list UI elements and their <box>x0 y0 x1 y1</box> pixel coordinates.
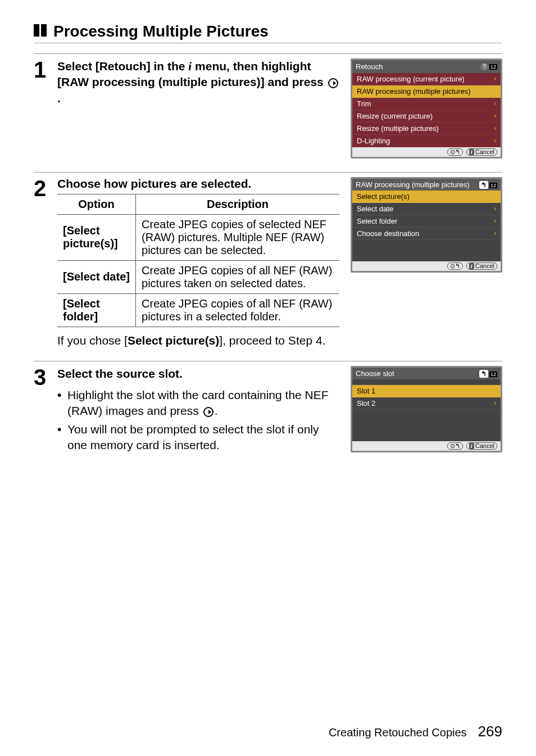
menu-row-label: Select date <box>357 205 393 212</box>
dial-icon: ⊙↰ <box>447 148 463 156</box>
screen-header-icons: ?12 <box>480 62 497 71</box>
description-cell: Create JPEG copies of all NEF (RAW) pict… <box>136 260 339 293</box>
step-2: 2 Choose how pictures are selected. Opti… <box>34 172 502 347</box>
menu-row-label: RAW processing (multiple pictures) <box>357 88 471 95</box>
menu-row-selected: RAW processing (multiple pictures)› <box>352 85 501 98</box>
menu-row: Choose destination› <box>352 228 501 240</box>
step1-text-post: . <box>57 92 61 105</box>
menu-row-label: Select picture(s) <box>357 193 410 200</box>
chevron-right-icon: › <box>494 205 496 212</box>
table-header-option: Option <box>57 194 136 214</box>
badge-12: 12 <box>489 372 497 377</box>
option-cell: [Select picture(s)] <box>57 214 136 260</box>
cancel-hint: iCancel <box>466 442 497 450</box>
badge-12: 12 <box>489 64 497 70</box>
menu-row-label: Select folder <box>357 218 397 225</box>
table-row: [Select date] Create JPEG copies of all … <box>57 260 339 293</box>
chevron-right-icon: › <box>494 218 496 224</box>
screen-footer: ⊙↰ iCancel <box>352 261 501 271</box>
cancel-hint: iCancel <box>466 148 497 156</box>
menu-row-label: Slot 2 <box>357 400 375 407</box>
step-number: 1 <box>34 58 52 159</box>
section-marker-icon <box>34 24 47 37</box>
menu-row: Trim› <box>352 98 501 110</box>
cancel-label: Cancel <box>475 263 494 269</box>
blank-area <box>352 240 501 261</box>
screen-header-icons: ↰12 <box>479 181 497 188</box>
screen-title: Choose slot <box>356 370 394 377</box>
menu-row: Select date› <box>352 203 501 215</box>
after-bold: Select picture(s) <box>128 334 219 347</box>
menu-row-label: Slot 1 <box>357 387 375 395</box>
description-cell: Create JPEG copies of all NEF (RAW) pict… <box>136 293 339 327</box>
menu-row-label: Resize (multiple pictures) <box>357 125 439 132</box>
help-icon: ? <box>480 63 488 71</box>
chevron-right-icon: › <box>494 88 496 94</box>
step-number: 2 <box>34 177 52 347</box>
after-post: ], proceed to Step 4. <box>219 334 325 347</box>
screen-footer: ⊙↰ iCancel <box>352 147 501 157</box>
screen-choose-slot: Choose slot ↰12 Slot 1› Slot 2› ⊙↰ iCanc… <box>351 366 502 452</box>
step3-bullet-2: You will not be prompted to select the s… <box>57 422 339 454</box>
menu-row: Resize (current picture)› <box>352 110 501 123</box>
menu-row: Slot 2› <box>352 397 501 410</box>
section-title: Processing Multiple Pictures <box>53 22 269 40</box>
chevron-right-icon: › <box>494 230 496 237</box>
step-3: 3 Select the source slot. Highlight the … <box>34 361 502 456</box>
options-table: Option Description [Select picture(s)] C… <box>57 194 339 327</box>
step3-bullet-1: Highlight the slot with the card contain… <box>57 387 339 419</box>
step-1: 1 Select [Retouch] in the i menu, then h… <box>34 53 502 159</box>
chevron-right-icon: › <box>494 100 496 107</box>
table-row: [Select picture(s)] Create JPEG copies o… <box>57 214 339 260</box>
dial-icon: ⊙↰ <box>447 442 463 450</box>
page-number: 269 <box>478 723 502 740</box>
back-icon: ↰ <box>479 370 488 378</box>
blank-area <box>352 410 501 441</box>
screen-footer: ⊙↰ iCancel <box>352 441 501 451</box>
cancel-hint: iCancel <box>466 262 497 270</box>
screen-title-bar: Choose slot ↰12 <box>352 368 501 379</box>
table-row: [Select folder] Create JPEG copies of al… <box>57 293 339 327</box>
step-number: 3 <box>34 366 52 456</box>
screen-retouch-menu: Retouch ?12 RAW processing (current pict… <box>351 58 502 159</box>
description-cell: Create JPEG copies of selected NEF (RAW)… <box>136 214 339 260</box>
footer-section-name: Creating Retouched Copies <box>329 726 467 739</box>
i-button-icon: i <box>469 443 474 449</box>
option-cell: [Select date] <box>57 260 136 293</box>
step3-instruction: Select the source slot. <box>57 366 339 382</box>
screen-title: Retouch <box>356 63 383 70</box>
step1-text-pre: Select [Retouch] in the <box>57 60 188 73</box>
chevron-right-icon: › <box>494 75 496 82</box>
screen-title-bar: Retouch ?12 <box>352 60 501 73</box>
screen-title: RAW processing (multiple pictures) <box>356 181 470 188</box>
b1-pre: Highlight the slot with the card contain… <box>67 388 329 417</box>
step1-instruction: Select [Retouch] in the i menu, then hig… <box>57 58 339 106</box>
screen-title-bar: RAW processing (multiple pictures) ↰12 <box>352 179 501 191</box>
i-button-icon: i <box>469 263 474 269</box>
screen-select-method: RAW processing (multiple pictures) ↰12 S… <box>351 177 502 273</box>
menu-row: Resize (multiple pictures)› <box>352 123 501 135</box>
i-button-icon: i <box>469 149 474 155</box>
chevron-right-icon: › <box>494 387 496 394</box>
menu-row-selected: Select picture(s)› <box>352 191 501 203</box>
menu-row: RAW processing (current picture)› <box>352 73 501 85</box>
dial-icon: ⊙↰ <box>447 262 463 270</box>
menu-row-label: Choose destination <box>357 230 419 237</box>
menu-row-label: Trim <box>357 100 371 107</box>
menu-row: Select folder› <box>352 215 501 228</box>
badge-12: 12 <box>489 183 497 188</box>
separator <box>352 379 501 385</box>
menu-row-label: D-Lighting <box>357 137 390 144</box>
multi-selector-right-icon <box>328 78 338 88</box>
menu-row-label: RAW processing (current picture) <box>357 75 465 83</box>
back-icon: ↰ <box>479 181 488 189</box>
cancel-label: Cancel <box>475 443 494 449</box>
b1-post: . <box>215 404 218 417</box>
menu-row: D-Lighting› <box>352 135 501 147</box>
section-header: Processing Multiple Pictures <box>34 22 502 43</box>
menu-row-selected: Slot 1› <box>352 385 501 397</box>
table-header-description: Description <box>136 194 339 214</box>
step2-after-text: If you chose [Select picture(s)], procee… <box>57 334 502 347</box>
multi-selector-right-icon <box>203 407 214 417</box>
chevron-right-icon: › <box>494 112 496 119</box>
